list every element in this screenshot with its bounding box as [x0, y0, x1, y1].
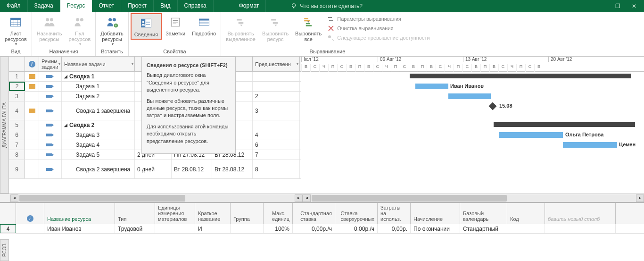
- gantt-tab[interactable]: ДИАГРАММА ГАНТА: [0, 57, 9, 194]
- next-overallocation-link[interactable]: Следующее превышение доступности: [327, 34, 429, 42]
- gantt-summary-bar[interactable]: [494, 122, 635, 127]
- resource-sheet-button[interactable]: Лист ресурсов▾: [2, 13, 30, 48]
- col-name[interactable]: Название задачи▾: [62, 57, 135, 71]
- svg-point-18: [142, 21, 144, 23]
- svg-point-13: [112, 18, 116, 21]
- ribbon-group-label: Свойства: [131, 48, 219, 55]
- scroll-left-button[interactable]: ◄: [303, 194, 311, 202]
- window-close-icon[interactable]: ✕: [629, 2, 639, 10]
- gantt-summary-bar[interactable]: [410, 74, 631, 78]
- level-selection-button: Выровнять выделенное: [223, 13, 258, 43]
- res-col-cost[interactable]: Затраты на использ.: [378, 203, 411, 224]
- gantt-milestone[interactable]: [489, 102, 497, 110]
- screentip-text: Вы можете обновить различные данные ресу…: [147, 98, 231, 119]
- res-col-short[interactable]: Краткое название: [195, 203, 231, 224]
- gantt-task-bar[interactable]: [563, 142, 617, 148]
- table-row[interactable]: 4Иван ИвановТрудовойИ100%0,00р./ч0,00р./…: [0, 224, 644, 234]
- res-col-name[interactable]: Название ресурса: [44, 203, 115, 224]
- level-all-button[interactable]: Выровнять все: [292, 13, 324, 43]
- screentip: Сведения о ресурсе (SHIFT+F2) Вывод диал…: [141, 57, 236, 154]
- svg-rect-32: [271, 19, 276, 21]
- scroll-track[interactable]: [311, 194, 636, 202]
- table-row[interactable]: 9Сводка 2 завершена0 днейВт 28.08.12Вт 2…: [9, 160, 301, 179]
- bulb-icon: [290, 3, 297, 9]
- svg-rect-17: [141, 19, 145, 27]
- notes-button[interactable]: Заметки: [163, 13, 188, 38]
- menu-report[interactable]: Отчет: [92, 0, 121, 12]
- res-col-rate[interactable]: Стандартная ставка: [293, 203, 335, 224]
- svg-point-11: [80, 18, 83, 21]
- horizontal-scrollbars: ◄ ► ◄ ►: [0, 194, 644, 202]
- col-predecessors[interactable]: Предшественн▾: [253, 57, 300, 71]
- resource-sheet: i Название ресурса Тип Единицы измерения…: [0, 202, 644, 234]
- svg-rect-46: [46, 134, 52, 136]
- details-button[interactable]: Подробно: [189, 13, 219, 38]
- menu-format[interactable]: Формат: [232, 0, 266, 12]
- svg-rect-44: [46, 109, 52, 112]
- res-col-max[interactable]: Макс. единиц: [264, 203, 293, 224]
- menu-help[interactable]: Справка: [178, 0, 214, 12]
- res-col-overtime[interactable]: Ставка сверхурочных: [335, 203, 378, 224]
- task-grid: i Режим задачи▾ Название задачи▾ Предшес…: [9, 57, 301, 194]
- svg-rect-30: [237, 19, 242, 21]
- screentip-text: Для использования этой команды необходим…: [147, 123, 231, 145]
- res-col-calendar[interactable]: Базовый календарь: [460, 203, 507, 224]
- svg-rect-3: [11, 18, 21, 20]
- svg-rect-31: [238, 22, 243, 24]
- ribbon-btn-label: Выровнять все: [295, 31, 322, 42]
- scroll-right-button[interactable]: ►: [636, 194, 644, 202]
- svg-point-0: [292, 4, 296, 7]
- ribbon-group-label: Вставить: [98, 48, 126, 55]
- res-col-group[interactable]: Группа: [231, 203, 264, 224]
- ribbon-btn-label: Подробно: [192, 31, 216, 36]
- res-col-accrue[interactable]: Начисление: [411, 203, 460, 224]
- gantt-task-bar[interactable]: [499, 132, 563, 138]
- clear-leveling-link[interactable]: Очистка выравнивания: [327, 25, 429, 32]
- add-resources-button[interactable]: + Добавить ресурсы▾: [98, 13, 126, 48]
- people-add-icon: +: [105, 15, 120, 30]
- ribbon-group-label: Выравнивание: [223, 48, 432, 55]
- information-button[interactable]: Сведения: [131, 13, 162, 40]
- res-col-type[interactable]: Тип: [115, 203, 155, 224]
- resource-pool-button: Пул ресурсов▾: [66, 13, 93, 48]
- col-mode[interactable]: Режим задачи▾: [39, 57, 62, 71]
- menu-resource[interactable]: Ресурс: [60, 0, 92, 12]
- window-restore-icon[interactable]: ❐: [612, 2, 623, 10]
- level-res-icon: [268, 15, 283, 30]
- svg-rect-36: [306, 23, 310, 25]
- ribbon-btn-label: Выровнять выделенное: [226, 31, 256, 42]
- level-sel-icon: [233, 15, 248, 30]
- notes-icon: [168, 15, 183, 30]
- svg-point-9: [50, 18, 53, 21]
- clear-icon: [327, 25, 335, 32]
- gantt-task-bar[interactable]: [415, 84, 448, 89]
- scroll-right-button[interactable]: ►: [295, 194, 303, 202]
- svg-point-8: [46, 18, 49, 21]
- menu-task[interactable]: Задача: [28, 0, 60, 12]
- leveling-options-link[interactable]: Параметры выравнивания: [327, 15, 429, 23]
- svg-point-12: [108, 18, 112, 21]
- svg-text:+: +: [115, 24, 116, 27]
- svg-rect-33: [273, 22, 278, 24]
- tell-me[interactable]: Что вы хотите сделать?: [285, 0, 368, 12]
- svg-rect-45: [46, 124, 52, 126]
- gantt-task-bar[interactable]: [448, 93, 491, 99]
- gantt-label: Иван Иванов: [450, 83, 484, 89]
- menu-view[interactable]: Вид: [154, 0, 178, 12]
- svg-rect-47: [46, 143, 52, 146]
- res-col-unit[interactable]: Единицы измерения материалов: [155, 203, 195, 224]
- res-col-code[interactable]: Код: [507, 203, 545, 224]
- scroll-left-button[interactable]: ◄: [10, 194, 18, 202]
- res-col-add[interactable]: бавить новый столб: [545, 203, 616, 224]
- svg-rect-48: [46, 153, 52, 156]
- info-card-icon: [139, 16, 154, 31]
- ribbon: Лист ресурсов▾ Вид Назначить ресурсы Пул…: [0, 12, 644, 57]
- resources-tab[interactable]: РСОВ: [0, 239, 9, 261]
- menu-file[interactable]: Файл: [0, 0, 28, 12]
- svg-rect-41: [46, 75, 52, 78]
- svg-rect-1: [293, 7, 295, 8]
- screentip-title: Сведения о ресурсе (SHIFT+F2): [147, 62, 231, 69]
- gantt-label: 15.08: [499, 103, 512, 109]
- scroll-track[interactable]: [18, 194, 295, 202]
- menu-project[interactable]: Проект: [121, 0, 154, 12]
